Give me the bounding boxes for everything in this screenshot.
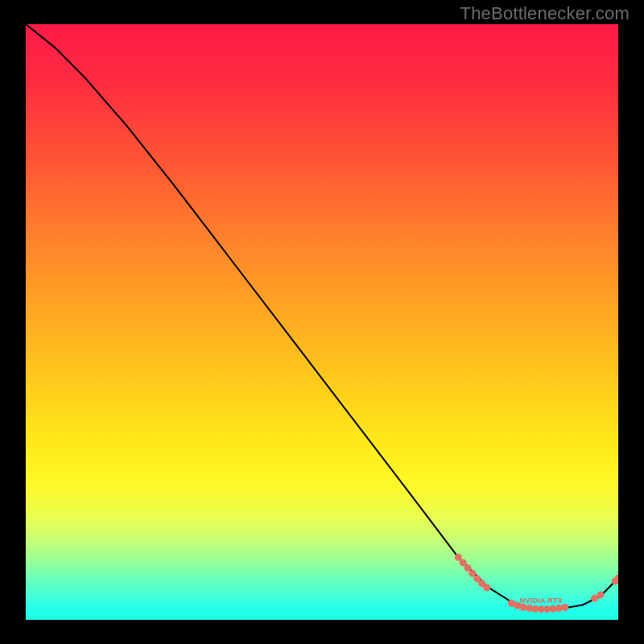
plot-area: NVIDIA RTX (26, 24, 618, 620)
watermark-text: TheBottlenecker.com (460, 3, 630, 24)
bottleneck-curve-path (26, 24, 618, 609)
data-marker (483, 584, 490, 592)
data-marker (597, 591, 604, 598)
chart-svg (26, 24, 618, 620)
chart-annotation: NVIDIA RTX (519, 597, 563, 605)
chart-frame: TheBottlenecker.com NVIDIA RTX (0, 0, 644, 644)
